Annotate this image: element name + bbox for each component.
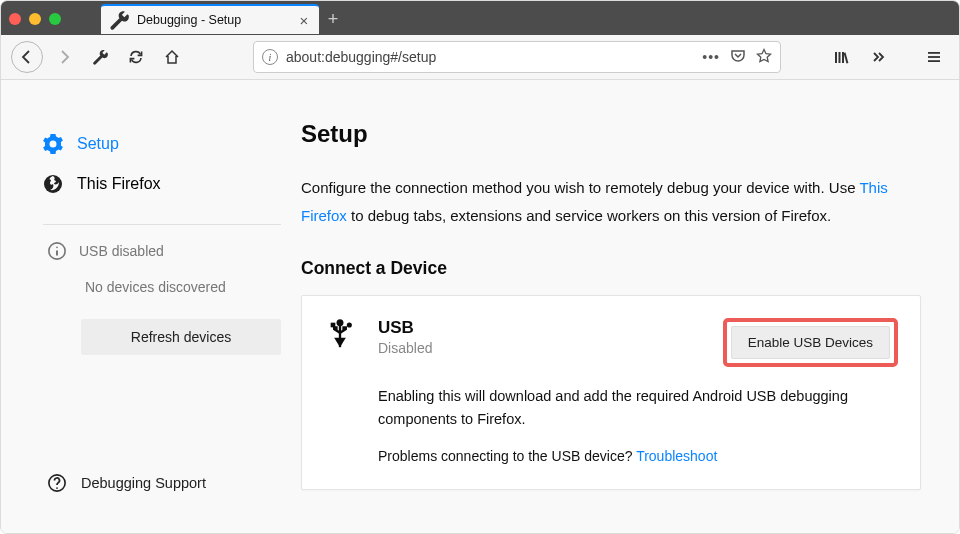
- sidebar-support-label: Debugging Support: [81, 475, 206, 491]
- library-button[interactable]: [827, 42, 857, 72]
- troubleshoot-link[interactable]: Troubleshoot: [636, 448, 717, 464]
- wrench-icon: [109, 10, 129, 30]
- firefox-icon: [43, 174, 63, 194]
- refresh-devices-button[interactable]: Refresh devices: [81, 319, 281, 355]
- setup-description: Configure the connection method you wish…: [301, 174, 901, 230]
- gear-icon: [43, 134, 63, 154]
- usb-troubleshoot-line: Problems connecting to the USB device? T…: [378, 445, 866, 467]
- sidebar-support-link[interactable]: Debugging Support: [43, 473, 281, 513]
- usb-status-text: USB disabled: [79, 243, 164, 259]
- sidebar-item-setup[interactable]: Setup: [43, 124, 281, 164]
- svg-rect-0: [835, 52, 837, 63]
- svg-rect-6: [928, 60, 940, 62]
- page-title: Setup: [301, 120, 931, 148]
- traffic-minimize[interactable]: [29, 13, 41, 25]
- toolbar: i about:debugging#/setup •••: [1, 35, 959, 80]
- no-devices-text: No devices discovered: [43, 261, 281, 313]
- svg-point-15: [347, 322, 352, 327]
- svg-rect-3: [844, 52, 849, 63]
- info-icon: [47, 241, 67, 261]
- reload-button[interactable]: [121, 42, 151, 72]
- sidebar-item-this-firefox[interactable]: This Firefox: [43, 164, 281, 204]
- svg-point-9: [56, 246, 58, 248]
- usb-status: USB disabled: [43, 241, 281, 261]
- sidebar: Setup This Firefox USB disabled No devic…: [1, 80, 301, 533]
- usb-icon: [326, 318, 354, 359]
- back-button[interactable]: [11, 41, 43, 73]
- url-text: about:debugging#/setup: [286, 49, 694, 65]
- menu-button[interactable]: [919, 42, 949, 72]
- new-tab-button[interactable]: +: [319, 5, 347, 33]
- main-content: Setup Configure the connection method yo…: [301, 80, 959, 533]
- connect-device-heading: Connect a Device: [301, 258, 931, 279]
- traffic-zoom[interactable]: [49, 13, 61, 25]
- svg-rect-2: [842, 52, 844, 63]
- usb-status-label: Disabled: [378, 340, 699, 356]
- usb-description: Enabling this will download and add the …: [378, 385, 866, 431]
- home-button[interactable]: [157, 42, 187, 72]
- page-actions-icon[interactable]: •••: [702, 49, 720, 65]
- forward-button[interactable]: [49, 42, 79, 72]
- svg-point-11: [56, 487, 58, 489]
- pocket-icon[interactable]: [730, 48, 746, 67]
- enable-usb-button[interactable]: Enable USB Devices: [731, 326, 890, 359]
- sidebar-this-firefox-label: This Firefox: [77, 175, 161, 193]
- svg-rect-1: [839, 52, 841, 63]
- usb-card: USB Disabled Enable USB Devices Enabling…: [301, 295, 921, 491]
- help-icon: [47, 473, 67, 493]
- sidebar-setup-label: Setup: [77, 135, 119, 153]
- close-icon[interactable]: ×: [297, 13, 311, 27]
- highlight-box: Enable USB Devices: [723, 318, 898, 367]
- bookmark-star-icon[interactable]: [756, 48, 772, 67]
- svg-rect-5: [928, 56, 940, 58]
- url-bar[interactable]: i about:debugging#/setup •••: [253, 41, 781, 73]
- usb-title: USB: [378, 318, 699, 338]
- traffic-close[interactable]: [9, 13, 21, 25]
- tab-title: Debugging - Setup: [137, 13, 289, 27]
- sidebar-divider: [43, 224, 281, 225]
- svg-rect-4: [928, 52, 940, 54]
- svg-rect-14: [331, 322, 336, 327]
- overflow-button[interactable]: [863, 42, 893, 72]
- browser-tab[interactable]: Debugging - Setup ×: [101, 4, 319, 34]
- dev-tools-button[interactable]: [85, 42, 115, 72]
- info-icon[interactable]: i: [262, 49, 278, 65]
